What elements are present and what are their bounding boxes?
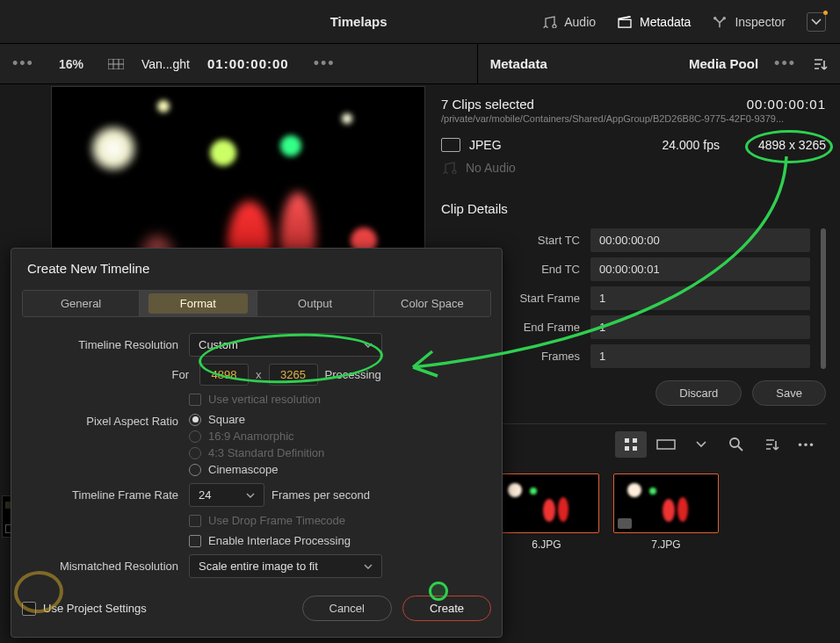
- viewer-menu-dots[interactable]: •••: [12, 54, 34, 73]
- discard-button[interactable]: Discard: [655, 380, 742, 406]
- clip-name: Van...ght: [141, 57, 190, 71]
- no-audio-label: No Audio: [466, 161, 516, 175]
- inspector-label: Inspector: [735, 15, 786, 29]
- vertical-resolution-label: Use vertical resolution: [208, 393, 321, 406]
- sort-button[interactable]: [756, 431, 787, 458]
- media-pool-label[interactable]: Media Pool: [689, 56, 758, 71]
- tab-format[interactable]: Format: [140, 291, 257, 316]
- start-tc-label: Start TC: [441, 234, 590, 247]
- dropdown-indicator[interactable]: [807, 12, 826, 32]
- inspector-tool[interactable]: Inspector: [712, 15, 786, 29]
- chevron-down-icon: [246, 493, 255, 498]
- chevron-down-icon: [811, 18, 822, 25]
- height-input[interactable]: [269, 364, 318, 386]
- search-button[interactable]: [721, 431, 752, 458]
- selection-count: 7 Clips selected: [441, 97, 534, 112]
- end-frame-field[interactable]: [590, 315, 810, 339]
- audio-tool[interactable]: Audio: [541, 15, 596, 29]
- use-project-settings-checkbox[interactable]: Use Project Settings: [22, 602, 147, 616]
- create-button[interactable]: Create: [402, 596, 491, 621]
- timeline-resolution-value: Custom: [199, 338, 238, 351]
- sub-bar: ••• 16% Van...ght 01:00:00:00 ••• Metada…: [0, 44, 840, 84]
- file-path: /private/var/mobile/Containers/Shared/Ap…: [441, 113, 826, 124]
- chevron-down-icon: [364, 343, 373, 348]
- media-thumb[interactable]: 7.JPG: [613, 473, 719, 551]
- audio-icon: [441, 162, 457, 174]
- frame-rate-value: 24: [199, 488, 211, 502]
- more-menu[interactable]: •••: [791, 431, 822, 458]
- media-thumb[interactable]: 6.JPG: [494, 473, 599, 551]
- tab-output[interactable]: Output: [257, 291, 374, 316]
- par-square-radio[interactable]: Square: [189, 413, 324, 426]
- for-label: For: [22, 368, 189, 381]
- par-anamorphic-radio: 16:9 Anamorphic: [189, 430, 324, 443]
- svg-point-2: [723, 16, 727, 19]
- interlace-checkbox[interactable]: Enable Interlace Processing: [189, 534, 351, 547]
- x-separator: x: [256, 368, 262, 381]
- zoom-level[interactable]: 16%: [59, 57, 83, 71]
- chevron-down-icon: [364, 564, 373, 569]
- start-tc-field[interactable]: [590, 228, 810, 252]
- par-cinemascope-radio[interactable]: Cinemascope: [189, 463, 324, 476]
- metadata-panel-label: Metadata: [490, 56, 547, 71]
- format-label: JPEG: [469, 138, 502, 152]
- svg-line-13: [738, 446, 742, 451]
- scrollbar[interactable]: [821, 228, 826, 369]
- view-dropdown[interactable]: [685, 431, 717, 458]
- mismatched-select[interactable]: Scale entire image to fit: [189, 554, 382, 578]
- save-button[interactable]: Save: [752, 380, 826, 406]
- mismatched-value: Scale entire image to fit: [199, 560, 318, 573]
- svg-point-12: [730, 438, 739, 447]
- drop-frame-checkbox: Use Drop Frame Timecode: [189, 514, 345, 527]
- svg-rect-8: [633, 438, 637, 443]
- cancel-button[interactable]: Cancel: [302, 596, 392, 621]
- duration-tc: 00:00:00:01: [747, 97, 826, 112]
- fps-suffix: Frames per second: [272, 488, 370, 502]
- svg-point-1: [713, 16, 717, 19]
- svg-rect-7: [625, 438, 629, 443]
- music-icon: [541, 16, 557, 28]
- start-frame-field[interactable]: [590, 286, 810, 310]
- tab-general[interactable]: General: [23, 291, 140, 316]
- tab-colorspace[interactable]: Color Space: [374, 291, 490, 316]
- resolution-label: 4898 x 3265: [758, 138, 826, 152]
- metadata-menu-dots[interactable]: •••: [774, 54, 796, 73]
- list-view-button[interactable]: [650, 431, 682, 458]
- viewer-menu-dots-2[interactable]: •••: [314, 54, 336, 73]
- svg-rect-0: [619, 19, 631, 27]
- svg-rect-10: [633, 446, 637, 451]
- par-label: Pixel Aspect Ratio: [22, 413, 189, 428]
- clip-details-header: Clip Details: [441, 201, 826, 216]
- width-input[interactable]: [199, 364, 249, 386]
- frames-field[interactable]: [590, 344, 810, 368]
- frame-rate-label: Timeline Frame Rate: [22, 488, 189, 502]
- thumb-name: 6.JPG: [494, 538, 599, 551]
- audio-label: Audio: [564, 15, 596, 29]
- timecode-display: 01:00:00:00: [207, 56, 289, 71]
- image-badge-icon: [618, 518, 632, 529]
- timeline-resolution-select[interactable]: Custom: [189, 333, 382, 357]
- processing-label: Processing: [325, 368, 381, 381]
- use-project-settings-label: Use Project Settings: [43, 602, 147, 615]
- sort-icon[interactable]: [812, 56, 828, 72]
- create-timeline-dialog: Create New Timeline General Format Outpu…: [11, 248, 503, 638]
- thumb-name: 7.JPG: [613, 538, 719, 551]
- frame-rate-select[interactable]: 24: [189, 483, 264, 507]
- svg-rect-9: [625, 446, 629, 451]
- vertical-resolution-checkbox: Use vertical resolution: [189, 393, 321, 406]
- dialog-title: Create New Timeline: [22, 259, 491, 278]
- grid-view-button[interactable]: [615, 431, 647, 458]
- end-tc-field[interactable]: [590, 257, 810, 281]
- metadata-tool[interactable]: Metadata: [617, 15, 691, 29]
- mismatched-label: Mismatched Resolution: [22, 560, 189, 573]
- top-bar: Timelaps Audio Metadata Inspector: [0, 0, 840, 44]
- project-title: Timelaps: [0, 14, 541, 29]
- tools-icon: [712, 16, 728, 28]
- image-format-icon: [441, 138, 460, 152]
- slate-icon: [617, 16, 633, 28]
- par-sd-radio: 4:3 Standard Definition: [189, 446, 324, 459]
- fps-label: 24.000 fps: [663, 138, 720, 152]
- svg-rect-11: [657, 440, 675, 449]
- timeline-icon[interactable]: [108, 59, 124, 69]
- metadata-label: Metadata: [640, 15, 691, 29]
